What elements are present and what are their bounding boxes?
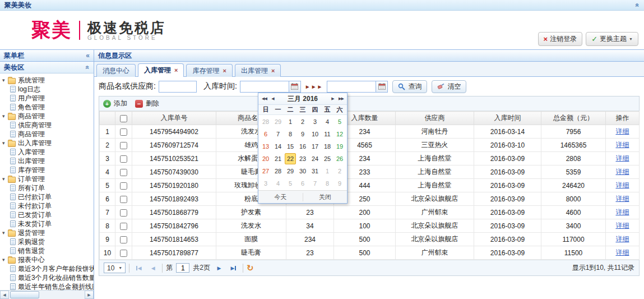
change-theme-button[interactable]: ✓ 更换主题 ▼ (586, 32, 638, 46)
tree-leaf[interactable]: 用户管理 (2, 94, 94, 103)
tree-leaf[interactable]: 最近3个月化妆品销售数量柱状图 (2, 273, 94, 282)
detail-link[interactable]: 详细 (616, 141, 629, 149)
tree-expander-icon[interactable]: ▾ (2, 76, 8, 85)
tree-expander-icon[interactable]: ▾ (2, 255, 8, 264)
tree-expander-icon[interactable]: ▾ (2, 174, 8, 183)
column-header[interactable]: 总金额（元） (541, 112, 606, 125)
calendar-day[interactable]: 4 (322, 116, 333, 127)
calendar-day[interactable]: 5 (334, 116, 345, 127)
calendar-day[interactable]: 19 (334, 141, 345, 152)
calendar-day[interactable]: 20 (260, 153, 271, 164)
tree-leaf[interactable]: 未付款订单 (2, 201, 94, 210)
row-checkbox[interactable] (120, 236, 127, 243)
calendar-day[interactable]: 28 (272, 165, 284, 177)
calendar-day[interactable]: 29 (285, 165, 296, 177)
calendar-day[interactable]: 30 (297, 165, 308, 177)
detail-link[interactable]: 详细 (616, 249, 629, 256)
detail-link[interactable]: 详细 (616, 222, 629, 229)
tree-expander-icon[interactable]: ▾ (2, 228, 8, 237)
calendar-day[interactable]: 24 (309, 153, 321, 164)
detail-link[interactable]: 详细 (616, 127, 629, 135)
detail-link[interactable]: 详细 (616, 181, 629, 189)
table-row[interactable]: 71457501868779护发素23200广州郁束2016-03-094600… (100, 206, 640, 219)
tree-leaf[interactable]: 所有订单 (2, 183, 94, 192)
calendar-day[interactable]: 14 (272, 141, 284, 152)
calendar-day[interactable]: 9 (297, 128, 308, 140)
calendar-close-button[interactable]: 关闭 (303, 193, 348, 201)
calendar-day[interactable]: 9 (334, 178, 345, 189)
table-row[interactable]: 41457507439030睫毛膏23233上海自然堂2016-03-09535… (100, 165, 640, 179)
row-checkbox[interactable] (120, 142, 127, 149)
prev-year-icon[interactable]: ◀◀ (260, 96, 268, 101)
logout-button[interactable]: × 注销登录 (538, 32, 583, 46)
tree-leaf[interactable]: 未发货订单 (2, 219, 94, 228)
collapse-up-icon[interactable]: « (634, 3, 642, 7)
detail-link[interactable]: 详细 (616, 208, 629, 216)
calendar-month-title[interactable]: 三月 2016 (277, 94, 328, 104)
clear-button[interactable]: 清空 (432, 80, 466, 93)
tab-close-icon[interactable]: × (271, 68, 275, 74)
calendar-day[interactable]: 23 (297, 153, 308, 164)
calendar-day[interactable]: 7 (272, 128, 284, 140)
sidebar-horizontal-scrollbar[interactable]: ◀ ▶ (0, 290, 94, 299)
detail-link[interactable]: 详细 (616, 235, 629, 243)
tab-item[interactable]: 入库管理× (138, 63, 184, 77)
calendar-day[interactable]: 18 (322, 141, 333, 152)
calendar-day[interactable]: 4 (272, 178, 284, 189)
next-page-button[interactable]: ▶ (214, 263, 225, 274)
calendar-day[interactable]: 29 (272, 116, 284, 127)
select-all-checkbox[interactable] (120, 115, 127, 122)
column-header[interactable]: 入库单号 (132, 112, 216, 125)
row-checkbox[interactable] (120, 196, 127, 203)
calendar-day[interactable]: 3 (260, 178, 271, 189)
calendar-day[interactable]: 16 (297, 141, 308, 152)
scroll-right-button[interactable]: ▶ (85, 291, 94, 299)
search-button[interactable]: 查询 (392, 80, 427, 93)
tree-expander-icon[interactable]: ▾ (2, 112, 8, 121)
prev-page-button[interactable]: ◀ (147, 263, 159, 274)
calendar-day[interactable]: 17 (309, 141, 321, 152)
tab-item[interactable]: 库存管理× (186, 64, 232, 77)
scrollbar-thumb[interactable] (10, 291, 39, 298)
tab-item[interactable]: 消息中心 (96, 64, 136, 77)
tab-close-icon[interactable]: × (223, 68, 226, 74)
row-checkbox[interactable] (120, 155, 127, 163)
table-row[interactable]: 21457609712574雄鸡3214565三亚热火2016-03-10146… (100, 139, 640, 152)
calendar-day[interactable]: 31 (309, 165, 321, 177)
row-checkbox[interactable] (120, 223, 127, 230)
calendar-day-selected[interactable]: 22 (285, 153, 296, 164)
date-to-input[interactable] (327, 81, 376, 92)
calendar-day[interactable]: 26 (334, 153, 345, 164)
table-row[interactable]: 101457501789877睫毛膏23500广州郁束2016-03-09115… (100, 246, 640, 260)
table-row[interactable]: 61457501892493粉底32250北京朵以旗舰店2016-03-0980… (100, 192, 640, 206)
last-page-button[interactable]: ▶ (228, 263, 239, 274)
calendar-day[interactable]: 3 (309, 116, 321, 127)
page-size-select[interactable]: 10 ▼ (104, 263, 126, 273)
tree-leaf[interactable]: 出库管理 (2, 157, 94, 165)
tree-leaf[interactable]: 采购退货 (2, 237, 94, 246)
tree-folder[interactable]: ▾出入库管理 (2, 139, 94, 148)
tree-leaf[interactable]: 销售退货 (2, 246, 94, 255)
calendar-day[interactable]: 6 (260, 128, 271, 140)
tree-leaf[interactable]: 供应商管理 (2, 121, 94, 130)
calendar-day[interactable]: 11 (322, 128, 333, 140)
row-checkbox[interactable] (120, 169, 127, 176)
tree-expander-icon[interactable]: ▾ (2, 139, 8, 148)
delete-button[interactable]: − 删除 (135, 99, 159, 108)
calendar-today-button[interactable]: 今天 (258, 193, 303, 201)
page-number-input[interactable] (176, 263, 189, 273)
collapse-sidebar-icon[interactable]: « (86, 52, 90, 59)
calendar-day[interactable]: 25 (322, 153, 333, 164)
detail-link[interactable]: 详细 (616, 154, 629, 162)
calendar-day[interactable]: 21 (272, 153, 284, 164)
date-to-picker-button[interactable] (376, 81, 387, 92)
tree-folder[interactable]: ▾退货管理 (2, 228, 94, 237)
calendar-day[interactable]: 28 (260, 116, 271, 127)
calendar-day[interactable]: 1 (285, 116, 296, 127)
tree-leaf[interactable]: log日志 (2, 85, 94, 94)
first-page-button[interactable]: ◀ (133, 263, 144, 274)
detail-link[interactable]: 详细 (616, 168, 629, 176)
calendar-day[interactable]: 15 (285, 141, 296, 152)
tree-folder[interactable]: ▾订单管理 (2, 174, 94, 183)
row-checkbox[interactable] (120, 128, 127, 136)
